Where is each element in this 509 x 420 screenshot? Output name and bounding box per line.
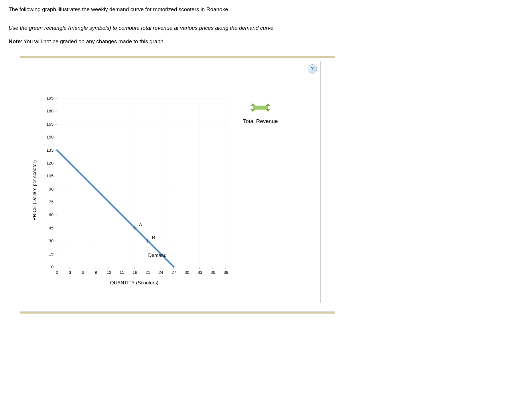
svg-text:15: 15 — [49, 251, 54, 256]
svg-text:150: 150 — [46, 134, 54, 139]
svg-text:12: 12 — [106, 270, 111, 275]
svg-text:75: 75 — [49, 199, 54, 204]
svg-text:36: 36 — [210, 270, 215, 275]
svg-text:120: 120 — [46, 161, 54, 165]
svg-text:A: A — [139, 222, 142, 227]
note-body: : You will not be graded on any changes … — [21, 38, 165, 44]
divider-top — [20, 56, 335, 58]
svg-text:33: 33 — [198, 270, 202, 275]
help-button[interactable]: ? — [308, 64, 317, 74]
svg-text:165: 165 — [46, 121, 54, 126]
svg-text:18: 18 — [133, 270, 137, 275]
plot-column: 0369121518212427303336390153045607590105… — [40, 95, 229, 286]
svg-text:39: 39 — [224, 270, 228, 275]
svg-text:21: 21 — [145, 270, 150, 275]
svg-text:60: 60 — [49, 212, 54, 217]
svg-text:180: 180 — [46, 108, 54, 113]
chart-body: PRICE (Dollars per scooter) 036912151821… — [32, 95, 315, 286]
note-label: Note — [9, 38, 21, 44]
legend-label: Total Revenue — [243, 118, 278, 124]
svg-text:90: 90 — [49, 186, 54, 191]
svg-text:0: 0 — [51, 264, 54, 269]
instruction-text: Use the green rectangle (triangle symbol… — [9, 25, 500, 31]
svg-text:24: 24 — [159, 270, 163, 275]
svg-text:15: 15 — [120, 270, 125, 275]
svg-text:B: B — [152, 235, 155, 240]
svg-text:105: 105 — [46, 173, 54, 178]
y-axis-label: PRICE (Dollars per scooter) — [32, 160, 38, 221]
svg-text:195: 195 — [46, 96, 54, 100]
legend: Total Revenue — [243, 104, 278, 124]
svg-text:45: 45 — [49, 225, 54, 230]
svg-text:30: 30 — [185, 270, 190, 275]
svg-text:6: 6 — [82, 270, 84, 275]
total-revenue-tool-icon[interactable] — [250, 104, 271, 111]
x-axis-label: QUANTITY (Scooters) — [110, 280, 159, 286]
svg-text:0: 0 — [56, 270, 58, 275]
chart-panel: ? PRICE (Dollars per scooter) 0369121518… — [26, 61, 321, 303]
divider-bottom — [20, 312, 335, 314]
note-text: Note: You will not be graded on any chan… — [9, 38, 500, 45]
svg-text:135: 135 — [46, 147, 54, 152]
svg-text:27: 27 — [171, 270, 176, 275]
plot-wrap: PRICE (Dollars per scooter) 036912151821… — [32, 95, 229, 286]
intro-text: The following graph illustrates the week… — [9, 6, 500, 13]
svg-text:3: 3 — [69, 270, 71, 275]
svg-text:Demand: Demand — [148, 253, 167, 258]
demand-chart[interactable]: 0369121518212427303336390153045607590105… — [40, 95, 229, 278]
svg-text:30: 30 — [49, 238, 54, 243]
svg-text:9: 9 — [95, 270, 97, 275]
